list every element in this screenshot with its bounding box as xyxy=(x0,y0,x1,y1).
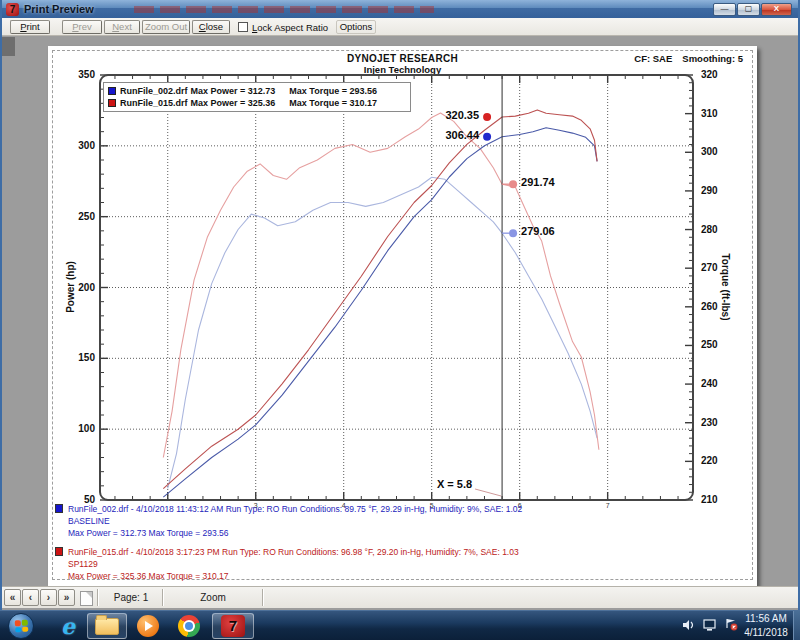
first-page-button[interactable]: « xyxy=(4,589,21,606)
cursor-value-dot xyxy=(483,133,491,141)
legend-file: RunFile_002.drf xyxy=(120,86,188,96)
torque-tick-label: 290 xyxy=(701,185,735,196)
winpep-icon: 7 xyxy=(221,615,245,637)
taskbar-item-internet-explorer[interactable]: e xyxy=(52,613,84,639)
torque-tick-label: 220 xyxy=(701,455,735,466)
lock-aspect-ratio-checkbox[interactable] xyxy=(238,22,248,32)
torque-tick-label: 320 xyxy=(701,69,735,80)
action-center-icon[interactable] xyxy=(724,618,738,631)
cursor-x-label: X = 5.8 xyxy=(392,478,472,490)
legend-max-power: Max Power = 312.73 xyxy=(191,86,276,96)
cursor-value-label: 279.06 xyxy=(521,225,555,237)
correction-label: CF: SAE xyxy=(634,53,672,64)
power-tick-label: 250 xyxy=(61,211,95,222)
preview-corner xyxy=(2,37,15,56)
print-button[interactable]: Print xyxy=(10,20,50,34)
taskbar-item-media-player[interactable] xyxy=(131,613,165,639)
chrome-icon xyxy=(178,615,200,637)
run-max-line: Max Power = 312.73 Max Torque = 293.56 xyxy=(68,527,745,539)
run-name-line: BASELINE xyxy=(68,515,745,527)
page-setup-icon[interactable] xyxy=(80,591,93,606)
last-page-button[interactable]: » xyxy=(58,589,75,606)
start-button[interactable] xyxy=(8,613,34,639)
prev-page-button[interactable]: ‹ xyxy=(22,589,39,606)
next-page-button[interactable]: › xyxy=(40,589,57,606)
run-max-line: Max Power = 325.36 Max Torque = 310.17 xyxy=(68,570,745,582)
prev-button[interactable]: Prev xyxy=(62,20,102,34)
toolbar: Print Prev Next Zoom Out Close Lock Aspe… xyxy=(2,18,798,36)
taskbar: e 7 xyxy=(0,610,800,640)
power-tick-label: 300 xyxy=(61,140,95,151)
taskbar-item-winpep[interactable]: 7 xyxy=(212,613,254,639)
clock-time: 11:56 AM xyxy=(740,612,792,626)
statusbar-separator xyxy=(262,589,263,606)
folder-icon xyxy=(95,618,119,635)
legend-row: RunFile_002.drf Max Power = 312.73 Max T… xyxy=(108,85,406,97)
series-runfile-002-drf-torque xyxy=(168,177,597,488)
legend-max-power: Max Power = 325.36 xyxy=(191,98,276,108)
legend-swatch-red xyxy=(108,99,116,107)
run-annotations: RunFile_002.drf - 4/10/2018 11:43:12 AM … xyxy=(55,503,745,589)
cursor-value-dot xyxy=(509,229,517,237)
run-info-line: RunFile_015.drf - 4/10/2018 3:17:23 PM R… xyxy=(68,546,745,558)
run-block-sp1129: RunFile_015.drf - 4/10/2018 3:17:23 PM R… xyxy=(55,546,745,582)
legend-max-torque: Max Torque = 310.17 xyxy=(289,98,377,108)
zoom-indicator: Zoom xyxy=(167,592,259,603)
display-icon[interactable] xyxy=(703,619,717,631)
titlebar[interactable]: 7 Print Preview — ▢ X xyxy=(2,0,798,18)
run-swatch-red xyxy=(55,547,63,556)
desktop: 7 Print Preview — ▢ X Print Prev Next Zo… xyxy=(0,0,800,640)
close-window-button[interactable]: X xyxy=(761,3,792,16)
show-desktop-button[interactable] xyxy=(793,611,800,640)
preview-area[interactable]: DYNOJET RESEARCH Injen Technology CF: SA… xyxy=(2,36,798,586)
system-tray xyxy=(683,618,738,631)
chart-canvas xyxy=(100,75,693,500)
taskbar-item-windows-explorer[interactable] xyxy=(87,613,127,639)
torque-tick-label: 310 xyxy=(701,108,735,119)
report-page: DYNOJET RESEARCH Injen Technology CF: SA… xyxy=(48,46,757,586)
statusbar-separator xyxy=(162,589,163,606)
statusbar: « ‹ › » Page: 1 Zoom xyxy=(2,586,798,608)
chart-legend: RunFile_002.drf Max Power = 312.73 Max T… xyxy=(103,82,411,112)
run-swatch-blue xyxy=(55,504,63,513)
power-tick-label: 150 xyxy=(61,352,95,363)
volume-icon[interactable] xyxy=(683,619,696,631)
report-subtitle: Injen Technology xyxy=(48,64,757,75)
taskbar-clock[interactable]: 11:56 AM 4/11/2018 xyxy=(740,612,792,640)
document-path-text xyxy=(134,6,434,13)
cursor-value-label: 306.44 xyxy=(405,129,479,141)
options-button[interactable]: Options xyxy=(336,20,376,34)
legend-max-torque: Max Torque = 293.56 xyxy=(289,86,377,96)
taskbar-item-chrome[interactable] xyxy=(172,613,206,639)
run-block-baseline: RunFile_002.drf - 4/10/2018 11:43:12 AM … xyxy=(55,503,745,539)
close-button[interactable]: Close xyxy=(192,20,230,34)
window-title: Print Preview xyxy=(24,3,94,15)
torque-tick-label: 240 xyxy=(701,378,735,389)
zoom-out-button[interactable]: Zoom Out xyxy=(142,20,190,34)
torque-tick-label: 230 xyxy=(701,417,735,428)
legend-file: RunFile_015.drf xyxy=(120,98,188,108)
dyno-chart[interactable]: RunFile_002.drf Max Power = 312.73 Max T… xyxy=(100,75,693,500)
run-name-line: SP1129 xyxy=(68,558,745,570)
print-preview-window: 7 Print Preview — ▢ X Print Prev Next Zo… xyxy=(0,0,800,610)
correction-smoothing-label: CF: SAESmoothing: 5 xyxy=(624,53,743,64)
windows-logo-icon xyxy=(15,620,29,633)
cursor-value-dot xyxy=(509,180,517,188)
clock-date: 4/11/2018 xyxy=(740,626,792,640)
cursor-value-dot xyxy=(483,113,491,121)
torque-tick-label: 300 xyxy=(701,146,735,157)
torque-tick-label: 280 xyxy=(701,224,735,235)
series-runfile-015-drf-power xyxy=(163,110,597,489)
power-tick-label: 350 xyxy=(61,69,95,80)
torque-axis-title: Torque (ft-lbs) xyxy=(717,227,731,347)
maximize-button[interactable]: ▢ xyxy=(737,3,760,16)
legend-row: RunFile_015.drf Max Power = 325.36 Max T… xyxy=(108,97,406,109)
legend-swatch-blue xyxy=(108,87,116,95)
minimize-button[interactable]: — xyxy=(713,3,736,16)
app-icon: 7 xyxy=(6,3,19,16)
run-info-line: RunFile_002.drf - 4/10/2018 11:43:12 AM … xyxy=(68,503,745,515)
torque-tick-label: 250 xyxy=(701,339,735,350)
internet-explorer-icon: e xyxy=(61,615,75,637)
next-button[interactable]: Next xyxy=(104,20,140,34)
cursor-value-label: 291.74 xyxy=(521,176,555,188)
